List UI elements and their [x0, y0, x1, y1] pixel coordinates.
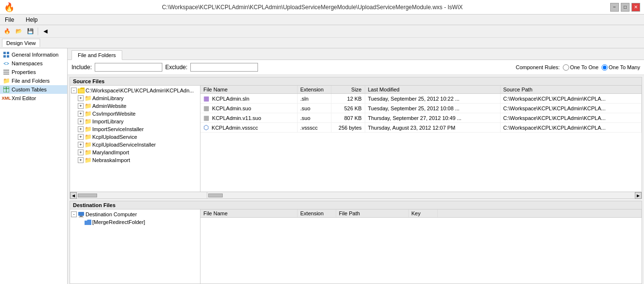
- expand-csvimport[interactable]: +: [78, 111, 84, 117]
- close-button[interactable]: ✕: [631, 3, 640, 12]
- sidebar-item-custom-tables[interactable]: Custom Tables: [0, 85, 67, 94]
- sidebar-item-namespaces[interactable]: <> Namespaces: [0, 59, 67, 68]
- file-modified-v11suo: Thursday, September 27, 2012 10:49 ...: [365, 113, 500, 123]
- exclude-input[interactable]: [190, 63, 258, 72]
- dest-col-filename: File Name: [200, 209, 297, 218]
- file-size-vssscc: 256 bytes: [331, 123, 365, 133]
- sidebar-item-xml-editor[interactable]: XML Xml Editor: [0, 94, 67, 103]
- tree-root-label: C:\Workspace\KCPL\KCPLAdmin\KCPLAdn...: [86, 88, 194, 93]
- chevron-icon: <>: [3, 60, 10, 67]
- menu-file[interactable]: File: [2, 15, 17, 24]
- expand-kcpluploadserviceinstaller[interactable]: +: [78, 142, 84, 148]
- tree-item-csvimport[interactable]: + 📁 CsvImportWebsite: [71, 110, 199, 118]
- tree-item-nebraskaimport[interactable]: + 📁 NebraskaImport: [71, 156, 199, 164]
- view-tab-bar: Design View: [0, 38, 644, 48]
- source-hscroll[interactable]: ◀ ▶: [70, 192, 642, 199]
- minimize-button[interactable]: −: [610, 3, 619, 12]
- col-lastmodified: Last Modified: [365, 86, 500, 94]
- suo-icon: ▦: [203, 105, 209, 112]
- one-to-many-radio[interactable]: [601, 64, 608, 71]
- svg-rect-12: [79, 217, 84, 217]
- file-modified-vssscc: Thursday, August 23, 2012 12:07 PM: [365, 123, 500, 133]
- tree-item-adminwebsite[interactable]: + 📁 AdminWebsite: [71, 102, 199, 110]
- col-filename: File Name: [200, 86, 297, 94]
- file-ext-vssscc: .vssscc: [297, 123, 331, 133]
- menu-help[interactable]: Help: [23, 15, 41, 24]
- file-row-v11suo[interactable]: ▦ KCPLAdmin.v11.suo .suo 807 KB Thursday…: [200, 113, 642, 123]
- file-ext-suo: .suo: [297, 104, 331, 113]
- tree-label-importlibrary: ImportLibrary: [92, 119, 124, 124]
- source-file-list[interactable]: File Name Extension Size Last Modified S…: [200, 86, 642, 192]
- vssscc-icon: ⬡: [203, 124, 209, 131]
- expand-nebraskaimport[interactable]: +: [78, 157, 84, 163]
- file-row-vssscc[interactable]: ⬡ KCPLAdmin.vssscc .vssscc 256 bytes Thu…: [200, 123, 642, 133]
- file-path-vssscc: C:\Workspace\KCPL\KCPLAdmin\KCPLA...: [500, 123, 642, 133]
- exclude-label: Exclude:: [165, 64, 187, 71]
- tree-scroll-thumb[interactable]: [78, 194, 97, 197]
- source-tree[interactable]: - C:\Workspace\KCPL\KCPLAdmin\KCPLAdn...…: [70, 86, 200, 192]
- tree-hscroll-track[interactable]: [77, 192, 207, 198]
- file-path-suo: C:\Workspace\KCPL\KCPLAdmin\KCPLA...: [500, 104, 642, 113]
- toolbar-save[interactable]: 💾: [25, 27, 36, 36]
- hscroll-left[interactable]: ◀: [70, 192, 77, 199]
- include-input[interactable]: [95, 63, 162, 72]
- toolbar-separator: [38, 28, 38, 35]
- sidebar-label-namespaces: Namespaces: [12, 60, 43, 66]
- folder-adminwebsite-icon: 📁: [85, 103, 91, 109]
- tree-item-kcpluploadservice[interactable]: + 📁 KcplUploadService: [71, 133, 199, 141]
- tab-strip: File and Folders: [68, 48, 644, 60]
- expand-importlibrary[interactable]: +: [78, 119, 84, 124]
- tree-item-importlibrary[interactable]: + 📁 ImportLibrary: [71, 118, 199, 125]
- properties-icon: [3, 69, 10, 75]
- tab-file-and-folders[interactable]: File and Folders: [72, 50, 122, 60]
- expand-kcpluploadservice[interactable]: +: [78, 134, 84, 140]
- design-view-tab[interactable]: Design View: [2, 39, 40, 47]
- folder-blue-icon: [85, 219, 91, 225]
- expand-importserviceinstaller[interactable]: +: [78, 126, 84, 132]
- tree-root[interactable]: - C:\Workspace\KCPL\KCPLAdmin\KCPLAdn...: [71, 87, 199, 94]
- sidebar-item-file-and-folders[interactable]: 📁 File and Folders: [0, 76, 67, 85]
- file-ext-v11suo: .suo: [297, 113, 331, 123]
- expand-adminlibrary[interactable]: +: [78, 95, 84, 101]
- toolbar-flame[interactable]: 🔥: [2, 27, 13, 36]
- toolbar-back[interactable]: ◀: [40, 27, 51, 36]
- toolbar-open[interactable]: 📂: [14, 27, 24, 36]
- file-hscroll-track[interactable]: [207, 192, 635, 198]
- sidebar-item-properties[interactable]: Properties: [0, 68, 67, 76]
- expand-marylandimport[interactable]: +: [78, 149, 84, 155]
- folder-kcpluploadserviceinstaller-icon: 📁: [85, 141, 91, 148]
- file-scroll-thumb[interactable]: [208, 194, 223, 197]
- maximize-button[interactable]: □: [621, 3, 630, 12]
- tree-expand-root[interactable]: -: [71, 88, 77, 93]
- source-files-label: Source Files: [70, 77, 642, 85]
- one-to-many-option[interactable]: One To Many: [601, 64, 640, 71]
- file-row-suo[interactable]: ▦ KCPLAdmin.suo .suo 526 KB Tuesday, Sep…: [200, 104, 642, 113]
- tree-label-kcpluploadservice: KcplUploadService: [92, 134, 137, 140]
- toolbar: 🔥 📂 💾 ◀: [0, 25, 644, 38]
- one-to-one-option[interactable]: One To One: [563, 64, 599, 71]
- one-to-one-radio[interactable]: [563, 64, 569, 71]
- dest-root[interactable]: - Destination Computer: [71, 210, 199, 218]
- folder-nebraskaimport-icon: 📁: [85, 157, 91, 164]
- file-row-sln[interactable]: ▦ KCPLAdmin.sln .sln 12 KB Tuesday, Sept…: [200, 94, 642, 104]
- sidebar-label-xml-editor: Xml Editor: [12, 95, 36, 101]
- dest-merge-folder[interactable]: [MergeRedirectFolder]: [71, 218, 199, 226]
- tree-item-adminlibrary[interactable]: + 📁 AdminLibrary: [71, 94, 199, 102]
- component-rules-label: Component Rules:: [516, 64, 560, 70]
- sidebar-item-general-info[interactable]: General Information: [0, 50, 67, 59]
- expand-adminwebsite[interactable]: +: [78, 103, 84, 109]
- svg-rect-10: [78, 212, 84, 216]
- hscroll-right[interactable]: ▶: [635, 192, 642, 199]
- tree-item-kcpluploadserviceinstaller[interactable]: + 📁 KcplUploadServiceInstaller: [71, 141, 199, 149]
- tree-label-nebraskaimport: NebraskaImport: [92, 157, 130, 163]
- title-bar: 🔥 C:\Workspace\KCPL\KCPLAdmin\KCPLAdmin\…: [0, 0, 644, 15]
- tree-item-marylandimport[interactable]: + 📁 MarylandImport: [71, 149, 199, 156]
- destination-tree[interactable]: - Destination Computer [MergeRedirectFol…: [70, 209, 200, 284]
- destination-file-list[interactable]: File Name Extension File Path Key: [200, 209, 642, 284]
- tree-label-kcpluploadserviceinstaller: KcplUploadServiceInstaller: [92, 142, 156, 148]
- filter-row: Include: Exclude: Component Rules: One T…: [68, 60, 644, 75]
- file-modified-suo: Tuesday, September 25, 2012 10:08 ...: [365, 104, 500, 113]
- expand-dest-root[interactable]: -: [71, 211, 77, 217]
- file-path-sln: C:\Workspace\KCPL\KCPLAdmin\KCPLA...: [500, 94, 642, 104]
- tree-item-importserviceinstaller[interactable]: + 📁 ImportServiceInstaller: [71, 125, 199, 133]
